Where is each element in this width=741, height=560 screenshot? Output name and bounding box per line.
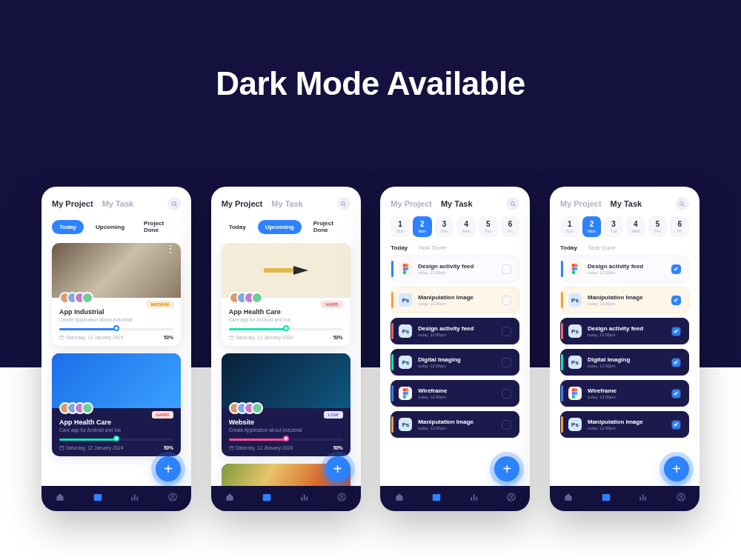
checkbox[interactable] xyxy=(671,389,681,399)
checkbox[interactable] xyxy=(502,264,511,274)
tab-my-project[interactable]: My Project xyxy=(222,199,263,208)
checkbox[interactable] xyxy=(671,358,681,367)
task-row[interactable]: PsDesign activity feedtoday, 12:00pm xyxy=(560,318,689,344)
svg-point-21 xyxy=(405,388,409,392)
task-row[interactable]: Design activity feedtoday, 12:00pm xyxy=(391,256,519,282)
tab-my-task[interactable]: My Task xyxy=(102,199,134,208)
checkbox[interactable] xyxy=(671,296,681,305)
tab-my-project[interactable]: My Project xyxy=(560,199,602,208)
date-cell[interactable]: 4Wed xyxy=(626,216,645,237)
date-cell[interactable]: 1Sun xyxy=(560,216,579,237)
tab-my-task[interactable]: My Task xyxy=(441,199,473,208)
nav-home-icon[interactable] xyxy=(225,492,235,505)
search-icon[interactable] xyxy=(167,197,181,210)
search-icon[interactable] xyxy=(506,197,519,210)
task-row[interactable]: PsDesign activity feedtoday, 12:00pm xyxy=(391,318,519,344)
subtab-today[interactable]: Today xyxy=(391,244,408,251)
tab-my-task[interactable]: My Task xyxy=(271,199,303,208)
project-card[interactable]: HARD App Health Care Care app for Androi… xyxy=(222,243,350,346)
nav-profile-icon[interactable] xyxy=(506,492,516,505)
date-cell[interactable]: 5Thu xyxy=(648,216,668,237)
nav-stats-icon[interactable] xyxy=(299,492,310,505)
figma-icon xyxy=(399,387,412,400)
nav-stats-icon[interactable] xyxy=(130,492,140,505)
nav-home-icon[interactable] xyxy=(563,492,574,505)
bottom-nav xyxy=(211,486,361,511)
task-row[interactable]: PsManipulation Imagetoday, 12:00pm xyxy=(560,411,689,438)
date-cell[interactable]: 2Mon xyxy=(582,216,602,237)
search-icon[interactable] xyxy=(676,197,689,210)
date-cell[interactable]: 3Tue xyxy=(435,216,454,237)
tab-my-task[interactable]: My Task xyxy=(611,199,642,208)
filter-upcoming[interactable]: Upcoming xyxy=(88,220,132,234)
nav-calendar-icon[interactable] xyxy=(601,492,611,505)
checkbox[interactable] xyxy=(502,296,511,305)
svg-rect-7 xyxy=(264,268,293,273)
checkbox[interactable] xyxy=(502,327,511,336)
nav-profile-icon[interactable] xyxy=(167,492,178,505)
add-button[interactable]: + xyxy=(325,456,350,481)
nav-profile-icon[interactable] xyxy=(336,492,347,505)
search-icon[interactable] xyxy=(337,197,350,210)
subtab-today[interactable]: Today xyxy=(560,244,577,251)
svg-rect-2 xyxy=(60,446,64,450)
nav-home-icon[interactable] xyxy=(55,492,65,505)
date-cell[interactable]: 6Fri xyxy=(501,216,520,237)
svg-point-0 xyxy=(172,201,176,205)
add-button[interactable]: + xyxy=(664,456,689,481)
filter-today[interactable]: Today xyxy=(52,220,84,234)
filter-done[interactable]: Project Done xyxy=(306,216,350,237)
tab-my-project[interactable]: My Project xyxy=(391,199,432,208)
project-desc: Care app for Android and Ios xyxy=(59,427,173,433)
calendar-icon: Saturday, 12 January 2024 xyxy=(229,335,293,340)
checkbox[interactable] xyxy=(502,358,511,367)
project-card[interactable]: HARD App Health Care Care app for Androi… xyxy=(52,353,181,456)
task-row[interactable]: PsDigital Imagingtoday, 12:00pm xyxy=(560,349,689,376)
filter-done[interactable]: Project Done xyxy=(136,216,181,237)
task-row[interactable]: PsManipulation Imagetoday, 12:00pm xyxy=(391,287,519,313)
more-icon[interactable]: ⋮ xyxy=(166,247,175,250)
svg-point-38 xyxy=(572,395,576,399)
task-row[interactable]: PsManipulation Imagetoday, 12:00pm xyxy=(391,411,519,438)
task-row[interactable]: PsDigital Imagingtoday, 12:00pm xyxy=(391,349,519,376)
checkbox[interactable] xyxy=(671,264,681,274)
task-row[interactable]: Wireframetoday, 12:00pm xyxy=(560,380,689,407)
difficulty-badge: HARD xyxy=(152,411,173,419)
date-cell[interactable]: 1Sun xyxy=(391,216,410,237)
date-cell[interactable]: 2Mon xyxy=(413,216,432,237)
task-row[interactable]: PsManipulation Imagetoday, 12:00pm xyxy=(560,287,689,313)
nav-profile-icon[interactable] xyxy=(676,492,686,505)
nav-calendar-icon[interactable] xyxy=(93,492,103,505)
task-row[interactable]: Wireframetoday, 12:00pm xyxy=(391,380,519,407)
nav-calendar-icon[interactable] xyxy=(431,492,442,505)
svg-point-35 xyxy=(574,388,578,392)
add-button[interactable]: + xyxy=(156,456,181,481)
progress-pct: 50% xyxy=(333,335,343,340)
tab-my-project[interactable]: My Project xyxy=(52,199,93,208)
subtab-done[interactable]: Task Done xyxy=(588,244,616,251)
calendar-icon: Saturday, 12 January 2024 xyxy=(229,445,293,450)
nav-stats-icon[interactable] xyxy=(638,492,648,505)
date-cell[interactable]: 5Thu xyxy=(479,216,498,237)
date-cell[interactable]: 4Wed xyxy=(456,216,476,237)
task-row[interactable]: Design activity feedtoday, 12:00pm xyxy=(560,256,689,282)
project-desc: Create Application about industrial xyxy=(229,427,343,433)
date-cell[interactable]: 3Tue xyxy=(604,216,623,237)
filter-upcoming[interactable]: Upcoming xyxy=(258,220,302,234)
project-card[interactable]: ⋮ MEDIUM App Industrial Create Applicati… xyxy=(52,243,181,346)
project-card[interactable]: LOW Website Create Application about ind… xyxy=(222,353,350,456)
subtab-done[interactable]: Task Done xyxy=(418,244,446,251)
checkbox[interactable] xyxy=(502,389,511,399)
screen-task-checked: My Project My Task 1Sun 2Mon 3Tue 4Wed 5… xyxy=(550,187,700,511)
nav-home-icon[interactable] xyxy=(394,492,405,505)
project-desc: Create Application about industrial xyxy=(59,317,173,322)
checkbox[interactable] xyxy=(671,327,681,336)
svg-point-5 xyxy=(171,495,174,498)
nav-calendar-icon[interactable] xyxy=(262,492,272,505)
filter-today[interactable]: Today xyxy=(222,220,253,234)
nav-stats-icon[interactable] xyxy=(469,492,479,505)
project-name: App Industrial xyxy=(59,308,173,316)
checkbox[interactable] xyxy=(671,420,681,430)
checkbox[interactable] xyxy=(502,420,511,430)
date-cell[interactable]: 6Fri xyxy=(670,216,689,237)
